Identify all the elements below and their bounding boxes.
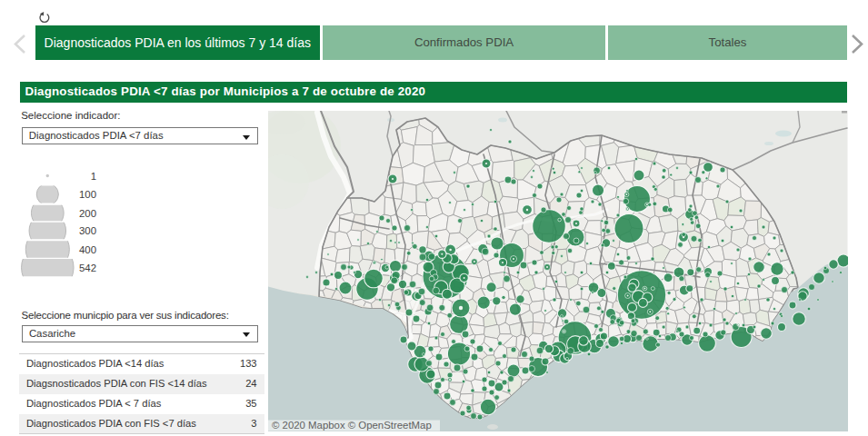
svg-text:100: 100 [79,189,96,200]
svg-text:300: 300 [79,225,96,236]
svg-text:542: 542 [79,263,96,273]
svg-text:© 2020 Mapbox © OpenStreetMap: © 2020 Mapbox © OpenStreetMap [272,420,432,431]
svg-text:200: 200 [79,208,96,219]
svg-text:1: 1 [91,171,96,182]
svg-text:400: 400 [79,244,96,255]
